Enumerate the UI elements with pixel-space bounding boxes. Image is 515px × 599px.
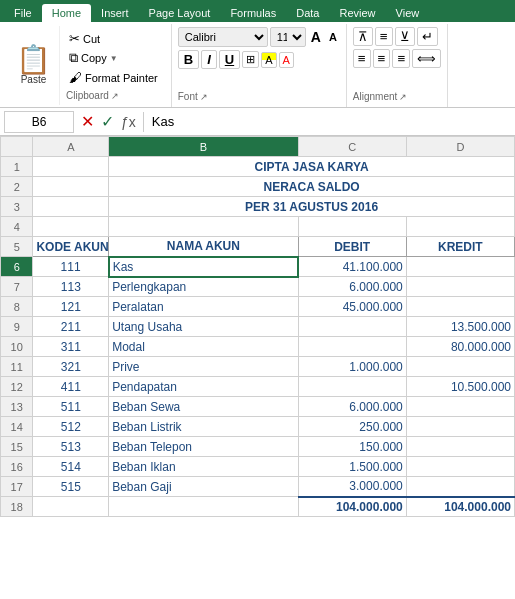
cell-a12[interactable]: 411 xyxy=(33,377,109,397)
cell-a10[interactable]: 311 xyxy=(33,337,109,357)
cell-b9[interactable]: Utang Usaha xyxy=(109,317,298,337)
confirm-formula-button[interactable]: ✓ xyxy=(98,112,117,131)
cell-b18[interactable] xyxy=(109,497,298,517)
font-name-select[interactable]: Calibri xyxy=(178,27,268,47)
cell-c10[interactable] xyxy=(298,337,406,357)
cell-a13[interactable]: 511 xyxy=(33,397,109,417)
row-header-15[interactable]: 15 xyxy=(1,437,33,457)
tab-data[interactable]: Data xyxy=(286,4,329,22)
row-header-1[interactable]: 1 xyxy=(1,157,33,177)
row-header-6[interactable]: 6 xyxy=(1,257,33,277)
underline-button[interactable]: U xyxy=(219,50,240,69)
row-header-2[interactable]: 2 xyxy=(1,177,33,197)
align-top-button[interactable]: ⊼ xyxy=(353,27,373,46)
cell-a9[interactable]: 211 xyxy=(33,317,109,337)
align-middle-button[interactable]: ≡ xyxy=(375,27,393,46)
cell-d17[interactable] xyxy=(406,477,514,497)
cell-a7[interactable]: 113 xyxy=(33,277,109,297)
align-right-button[interactable]: ≡ xyxy=(392,49,410,68)
cut-button[interactable]: ✂ Cut xyxy=(66,30,161,47)
cell-b8[interactable]: Peralatan xyxy=(109,297,298,317)
cell-d14[interactable] xyxy=(406,417,514,437)
cell-b10[interactable]: Modal xyxy=(109,337,298,357)
row-header-3[interactable]: 3 xyxy=(1,197,33,217)
clipboard-expand-icon[interactable]: ↗ xyxy=(111,91,119,101)
cell-c6[interactable]: 41.100.000 xyxy=(298,257,406,277)
cell-b17[interactable]: Beban Gaji xyxy=(109,477,298,497)
cell-a4[interactable] xyxy=(33,217,109,237)
cell-a3[interactable] xyxy=(33,197,109,217)
cell-b7[interactable]: Perlengkapan xyxy=(109,277,298,297)
row-header-13[interactable]: 13 xyxy=(1,397,33,417)
cell-d7[interactable] xyxy=(406,277,514,297)
cell-b6[interactable]: Kas xyxy=(109,257,298,277)
cell-a17[interactable]: 515 xyxy=(33,477,109,497)
cell-d15[interactable] xyxy=(406,437,514,457)
row-header-8[interactable]: 8 xyxy=(1,297,33,317)
tab-page-layout[interactable]: Page Layout xyxy=(139,4,221,22)
col-header-b[interactable]: B xyxy=(109,137,298,157)
cell-d8[interactable] xyxy=(406,297,514,317)
cell-b1[interactable]: CIPTA JASA KARYA xyxy=(109,157,515,177)
cell-c8[interactable]: 45.000.000 xyxy=(298,297,406,317)
cell-c16[interactable]: 1.500.000 xyxy=(298,457,406,477)
cancel-formula-button[interactable]: ✕ xyxy=(78,112,97,131)
cell-d11[interactable] xyxy=(406,357,514,377)
cell-a14[interactable]: 512 xyxy=(33,417,109,437)
cell-d5[interactable]: KREDIT xyxy=(406,237,514,257)
cell-c9[interactable] xyxy=(298,317,406,337)
cell-a15[interactable]: 513 xyxy=(33,437,109,457)
cell-a1[interactable] xyxy=(33,157,109,177)
align-left-button[interactable]: ≡ xyxy=(353,49,371,68)
font-size-decrease-button[interactable]: A xyxy=(326,30,340,44)
cell-c5[interactable]: DEBIT xyxy=(298,237,406,257)
cell-c7[interactable]: 6.000.000 xyxy=(298,277,406,297)
tab-review[interactable]: Review xyxy=(329,4,385,22)
cell-b4[interactable] xyxy=(109,217,298,237)
cell-c13[interactable]: 6.000.000 xyxy=(298,397,406,417)
cell-b5[interactable]: NAMA AKUN xyxy=(109,237,298,257)
align-center-button[interactable]: ≡ xyxy=(373,49,391,68)
borders-button[interactable]: ⊞ xyxy=(242,51,259,68)
cell-d6[interactable] xyxy=(406,257,514,277)
alignment-expand-icon[interactable]: ↗ xyxy=(399,92,407,102)
cell-a8[interactable]: 121 xyxy=(33,297,109,317)
cell-d18[interactable]: 104.000.000 xyxy=(406,497,514,517)
cell-b12[interactable]: Pendapatan xyxy=(109,377,298,397)
format-painter-button[interactable]: 🖌 Format Painter xyxy=(66,69,161,86)
row-header-5[interactable]: 5 xyxy=(1,237,33,257)
cell-a11[interactable]: 321 xyxy=(33,357,109,377)
cell-c17[interactable]: 3.000.000 xyxy=(298,477,406,497)
copy-button[interactable]: ⧉ Copy ▼ xyxy=(66,49,161,67)
tab-formulas[interactable]: Formulas xyxy=(220,4,286,22)
text-wrap-button[interactable]: ↵ xyxy=(417,27,438,46)
row-header-12[interactable]: 12 xyxy=(1,377,33,397)
cell-d12[interactable]: 10.500.000 xyxy=(406,377,514,397)
cell-c14[interactable]: 250.000 xyxy=(298,417,406,437)
paste-button[interactable]: 📋 Paste xyxy=(8,26,60,105)
cell-d16[interactable] xyxy=(406,457,514,477)
cell-a2[interactable] xyxy=(33,177,109,197)
cell-d4[interactable] xyxy=(406,217,514,237)
row-header-10[interactable]: 10 xyxy=(1,337,33,357)
cell-a6[interactable]: 111 xyxy=(33,257,109,277)
row-header-17[interactable]: 17 xyxy=(1,477,33,497)
cell-c15[interactable]: 150.000 xyxy=(298,437,406,457)
name-box[interactable] xyxy=(4,111,74,133)
bold-button[interactable]: B xyxy=(178,50,199,69)
font-size-increase-button[interactable]: A xyxy=(308,28,324,46)
cell-b11[interactable]: Prive xyxy=(109,357,298,377)
cell-b13[interactable]: Beban Sewa xyxy=(109,397,298,417)
cell-c4[interactable] xyxy=(298,217,406,237)
cell-a16[interactable]: 514 xyxy=(33,457,109,477)
cell-d9[interactable]: 13.500.000 xyxy=(406,317,514,337)
tab-insert[interactable]: Insert xyxy=(91,4,139,22)
cell-a5[interactable]: KODE AKUN xyxy=(33,237,109,257)
cell-b15[interactable]: Beban Telepon xyxy=(109,437,298,457)
highlight-color-button[interactable]: A xyxy=(261,52,276,68)
row-header-18[interactable]: 18 xyxy=(1,497,33,517)
tab-file[interactable]: File xyxy=(4,4,42,22)
row-header-11[interactable]: 11 xyxy=(1,357,33,377)
font-size-select[interactable]: 11 xyxy=(270,27,306,47)
col-header-c[interactable]: C xyxy=(298,137,406,157)
